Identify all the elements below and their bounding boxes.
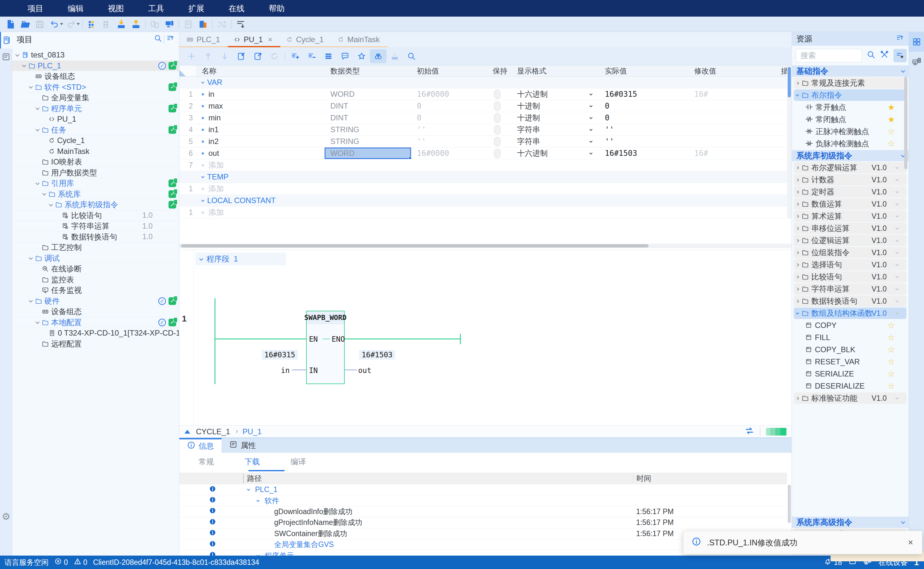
sort-filter-button[interactable] — [233, 18, 248, 30]
resource-folder-数据转换语句[interactable]: 数据转换语句 V1.0 — [794, 295, 906, 307]
tree-item-软件 <STD>[interactable]: 软件 <STD>✓ — [12, 82, 179, 93]
tree-item-PLC_1[interactable]: PLC_1✓✓ — [12, 61, 179, 72]
watch-button[interactable] — [370, 49, 387, 63]
resource-instruction-FILL[interactable]: FILL ☆ — [794, 332, 906, 343]
tree-item-0 T324-XP-CD-10_1[T324-XP-CD-10][interactable]: 0 T324-XP-CD-10_1[T324-XP-CD-10]✓ — [12, 328, 179, 339]
favorites-filter-button[interactable] — [894, 49, 907, 62]
retain-toggle[interactable] — [494, 137, 501, 146]
menu-item-4[interactable]: 扩展 — [188, 3, 204, 14]
compare-button[interactable] — [147, 18, 162, 30]
resource-folder-布尔逻辑运算[interactable]: 布尔逻辑运算 V1.0 — [794, 162, 906, 173]
tree-item-test_0813[interactable]: test_0813 — [12, 50, 179, 61]
tree-item-监控表[interactable]: 监控表 — [12, 275, 179, 286]
variable-group-VAR[interactable]: VAR — [179, 77, 787, 88]
resource-folder-比较语句[interactable]: 比较语句 V1.0 — [794, 271, 906, 283]
library-button[interactable] — [85, 18, 99, 30]
variable-group-LOCAL CONSTANT[interactable]: LOCAL CONSTANT — [179, 195, 787, 207]
insert-row-button[interactable] — [287, 49, 303, 63]
tree-item-MainTask[interactable]: MainTask — [12, 146, 179, 157]
resource-instruction-SERIALIZE[interactable]: SERIALIZE ☆ — [794, 368, 906, 380]
select-all-corner[interactable] — [179, 70, 186, 76]
favorite-star-icon[interactable]: ★ — [888, 115, 895, 123]
download-button[interactable] — [114, 18, 129, 30]
subtab-下载[interactable]: 下载 — [244, 456, 260, 467]
tools-icon[interactable] — [880, 50, 889, 61]
resource-instruction-常开触点[interactable]: 常开触点 ★ — [794, 102, 906, 113]
log-row[interactable]: gDownloadInfo删除成功 1:56:17 PM — [179, 507, 787, 517]
tree-item-IO映射表[interactable]: IO映射表 — [12, 157, 179, 167]
tree-item-用户数据类型[interactable]: 用户数据类型 — [12, 167, 179, 178]
tree-item-全局变量集[interactable]: 全局变量集 — [12, 93, 179, 103]
resource-grid-icon[interactable] — [909, 32, 924, 52]
datatype-cell[interactable]: DINT — [325, 100, 411, 112]
chevron-down-icon[interactable] — [22, 63, 26, 67]
error-count[interactable]: 0 — [64, 558, 68, 567]
variable-row-in1[interactable]: 4 in1 STRING '' 字符串 '' — [179, 124, 787, 136]
chevron-down-icon[interactable] — [29, 85, 33, 89]
table-horizontal-scrollbar-thumb[interactable] — [181, 244, 649, 248]
chevron-down-icon[interactable] — [35, 320, 39, 324]
network-header[interactable]: 程序段 1 — [195, 253, 286, 265]
resource-folder-字符串运算[interactable]: 字符串运算 V1.0 — [794, 283, 906, 295]
chevron-down-icon[interactable] — [35, 181, 39, 185]
clipboard-panel-icon[interactable] — [0, 49, 12, 65]
out-operand[interactable]: out — [358, 366, 372, 374]
subtab-编译[interactable]: 编译 — [290, 456, 306, 467]
resource-instruction-COPY_BLK[interactable]: COPY_BLK ☆ — [794, 344, 906, 355]
tree-item-任务[interactable]: 任务✓ — [12, 125, 179, 136]
move-up-button[interactable] — [200, 49, 216, 63]
favorite-star-icon[interactable]: ☆ — [888, 382, 895, 390]
variable-row-out[interactable]: 6 out WORD 16#0000 十六进制 16#1503 16# — [179, 148, 787, 159]
collapse-sort-icon[interactable] — [166, 34, 174, 44]
info-tab-属性[interactable]: 属性 — [222, 438, 264, 453]
breadcrumb-task[interactable]: CYCLE_1 — [196, 427, 230, 436]
resource-search-input[interactable] — [796, 49, 862, 62]
favorite-star-icon[interactable]: ☆ — [888, 370, 895, 378]
chevron-down-icon[interactable] — [29, 256, 33, 260]
tree-item-设备组态[interactable]: 设备组态 — [12, 71, 179, 82]
resource-instruction-COPY[interactable]: COPY ☆ — [794, 319, 906, 331]
tree-item-任务监视[interactable]: 任务监视 — [12, 285, 179, 296]
tree-item-在线诊断[interactable]: 在线诊断 — [12, 264, 179, 275]
retain-toggle[interactable] — [494, 90, 501, 99]
editor-tab-PU_1[interactable]: PU_1× — [227, 32, 279, 47]
collapse-panel-icon[interactable] — [185, 430, 190, 434]
resource-folder-选择语句[interactable]: 选择语句 V1.0 — [794, 259, 906, 271]
settings-gear-icon[interactable]: ⚙ — [1, 510, 12, 522]
tree-item-系统库[interactable]: 系统库✓ — [12, 189, 179, 200]
resource-instruction-正脉冲检测触点[interactable]: 正脉冲检测触点 ☆ — [794, 126, 906, 137]
new-project-button[interactable] — [3, 18, 18, 30]
variable-row-in[interactable]: 1 in WORD 16#0000 十六进制 16#0315 16# — [179, 88, 787, 100]
tree-item-系统库初级指令[interactable]: 系统库初级指令✓ — [12, 199, 179, 210]
resource-folder-定时器[interactable]: 定时器 V1.0 — [794, 186, 906, 198]
variable-row-add[interactable]: 7 添加 — [179, 159, 787, 171]
save-button[interactable] — [33, 18, 47, 30]
retain-toggle[interactable] — [494, 125, 501, 134]
resource-instruction-RESET_VAR[interactable]: RESET_VAR ☆ — [794, 356, 906, 368]
datatype-cell[interactable]: STRING — [325, 136, 411, 147]
resource-section-基础指令[interactable]: 基础指令 — [792, 65, 909, 77]
resource-section-系统库高级指令[interactable]: 系统库高级指令 — [792, 517, 909, 528]
tree-item-字符串运算[interactable]: 字符串运算1.0 — [12, 221, 179, 232]
close-tab-icon[interactable]: × — [268, 35, 272, 44]
resource-section-系统库初级指令[interactable]: 系统库初级指令 — [792, 150, 909, 161]
variable-group-TEMP[interactable]: TEMP — [179, 171, 787, 183]
toast-close-icon[interactable]: × — [908, 537, 913, 548]
log-scrollbar-thumb[interactable] — [788, 485, 791, 523]
chevron-down-icon[interactable] — [15, 52, 20, 56]
editor-tab-Cycle_1[interactable]: Cycle_1 — [279, 32, 331, 47]
resource-instruction-常闭触点[interactable]: 常闭触点 ★ — [794, 114, 906, 125]
variable-row-max[interactable]: 2 max DINT 0 十进制 0 — [179, 100, 787, 112]
variable-row-min[interactable]: 3 min DINT 0 十进制 0 — [179, 112, 787, 124]
find-button[interactable] — [403, 49, 420, 63]
resource-instruction-负脉冲检测触点[interactable]: 负脉冲检测触点 ☆ — [794, 138, 906, 149]
editor-tab-MainTask[interactable]: MainTask — [331, 32, 387, 47]
favorite-star-icon[interactable]: ☆ — [888, 140, 895, 148]
log-row[interactable]: 软件 — [179, 495, 787, 506]
variable-row-in2[interactable]: 5 in2 STRING '' 字符串 '' — [179, 136, 787, 148]
delete-row-button[interactable] — [303, 49, 320, 63]
device-io-button[interactable] — [196, 18, 210, 30]
tree-item-比较语句[interactable]: 比较语句1.0 — [12, 210, 179, 221]
display-format-select[interactable]: 十进制 — [511, 100, 599, 112]
add-row-button[interactable] — [183, 49, 200, 63]
